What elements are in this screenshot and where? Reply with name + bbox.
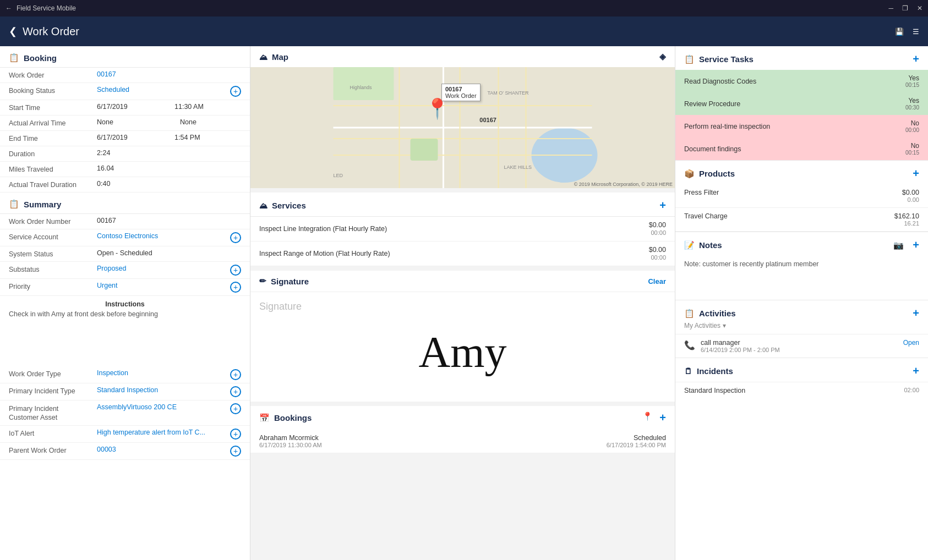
work-order-number-value: 00167 bbox=[97, 217, 241, 224]
service-price-amount-0: $0.00 bbox=[649, 221, 666, 229]
main-content: 📋 Booking Work Order 00167 Booking Statu… bbox=[0, 46, 928, 560]
iot-alert-label: IoT Alert bbox=[9, 429, 97, 437]
map-icon: ⛰ bbox=[259, 52, 268, 62]
service-price-0: $0.00 00:00 bbox=[649, 221, 666, 237]
notes-camera-icon[interactable]: 📷 bbox=[893, 240, 904, 250]
iot-alert-add-icon[interactable]: + bbox=[230, 429, 241, 440]
primary-incident-asset-value[interactable]: AssemblyVirtuoso 200 CE bbox=[97, 403, 227, 411]
start-time-time: 11:30 AM bbox=[174, 103, 241, 111]
actual-arrival-none: None bbox=[180, 118, 241, 126]
services-add-button[interactable]: + bbox=[659, 199, 666, 212]
back-arrow-icon[interactable]: ← bbox=[6, 4, 12, 12]
substatus-label: Substatus bbox=[9, 265, 97, 273]
map-tooltip-id: 00167 bbox=[445, 86, 462, 92]
primary-incident-asset-label: Primary IncidentCustomer Asset bbox=[9, 403, 97, 422]
minimize-button[interactable]: ─ bbox=[888, 4, 893, 12]
booking-status-value[interactable]: Scheduled bbox=[97, 86, 227, 94]
notes-text: Note: customer is recently platinum memb… bbox=[684, 260, 819, 268]
task-row-3: Document findings No 00:15 bbox=[675, 138, 928, 160]
booking-name-0: Abraham Mcormick bbox=[259, 434, 607, 442]
save-icon[interactable]: 💾 bbox=[895, 28, 904, 36]
close-button[interactable]: ✕ bbox=[917, 4, 922, 12]
booking-status-0: Scheduled bbox=[607, 434, 666, 442]
booking-row-0: Abraham Mcormick 6/17/2019 11:30:00 AM S… bbox=[250, 430, 675, 453]
incidents-add-button[interactable]: + bbox=[913, 365, 919, 377]
system-status-value: Open - Scheduled bbox=[97, 249, 241, 257]
map-title: Map bbox=[272, 52, 288, 62]
restore-button[interactable]: ❐ bbox=[902, 4, 908, 12]
map-tooltip-sub: Work Order bbox=[445, 92, 477, 99]
bookings-section: 📅 Bookings 📍 + Abraham Mcormick 6/17/201… bbox=[250, 406, 675, 453]
booking-status-add-icon[interactable]: + bbox=[230, 86, 241, 97]
work-order-type-add-icon[interactable]: + bbox=[230, 369, 241, 380]
product-row-1: Travel Charge $162.10 16.21 bbox=[675, 208, 928, 232]
activity-row-0: 📞 call manager 6/14/2019 2:00 PM - 2:00 … bbox=[675, 334, 928, 358]
service-account-value[interactable]: Contoso Electronics bbox=[97, 232, 227, 240]
notes-content: Note: customer is recently platinum memb… bbox=[675, 256, 928, 300]
work-order-number-label: Work Order Number bbox=[9, 217, 97, 226]
signature-clear-button[interactable]: Clear bbox=[648, 277, 666, 286]
priority-field: Priority Urgent + bbox=[0, 279, 250, 296]
parent-work-order-add-icon[interactable]: + bbox=[230, 446, 241, 457]
primary-incident-type-value[interactable]: Standard Inspection bbox=[97, 386, 227, 394]
service-price-amount-1: $0.00 bbox=[649, 246, 666, 254]
bookings-title: Bookings bbox=[274, 413, 312, 422]
primary-incident-asset-add-icon[interactable]: + bbox=[230, 403, 241, 414]
booking-icon: 📋 bbox=[9, 53, 19, 63]
incidents-title: Incidents bbox=[697, 366, 733, 376]
map-container[interactable]: Highlands TAM O' SHANTER LAKE HILLS LED … bbox=[250, 67, 675, 188]
iot-alert-value[interactable]: High temperature alert from IoT C... bbox=[97, 429, 227, 436]
bookings-section-header: 📅 Bookings 📍 + bbox=[250, 406, 675, 430]
service-name-0: Inspect Line Integration (Flat Hourly Ra… bbox=[259, 225, 649, 233]
priority-add-icon[interactable]: + bbox=[230, 282, 241, 293]
activities-icon: 📋 bbox=[684, 309, 695, 319]
activity-status-0: Open bbox=[903, 339, 919, 347]
task-name-2: Perform real-time inspection bbox=[684, 123, 905, 130]
end-time-field: End Time 6/17/2019 1:54 PM bbox=[0, 131, 250, 146]
work-order-label: Work Order bbox=[9, 70, 97, 79]
priority-label: Priority bbox=[9, 282, 97, 290]
product-price-1: $162.10 16.21 bbox=[894, 212, 919, 227]
booking-left-0: Abraham Mcormick 6/17/2019 11:30:00 AM bbox=[259, 434, 607, 448]
primary-incident-type-add-icon[interactable]: + bbox=[230, 386, 241, 397]
end-time-date: 6/17/2019 bbox=[97, 134, 163, 141]
back-button[interactable]: ❮ bbox=[9, 25, 17, 37]
priority-value[interactable]: Urgent bbox=[97, 282, 227, 289]
work-order-type-value[interactable]: Inspection bbox=[97, 369, 227, 377]
bookings-add-button[interactable]: + bbox=[659, 411, 666, 424]
substatus-value[interactable]: Proposed bbox=[97, 265, 227, 272]
signature-canvas[interactable]: Signature Amy bbox=[250, 292, 675, 402]
notes-section-header: 📝 Notes 📷 + bbox=[675, 232, 928, 256]
incidents-section-header: 🗒 Incidents + bbox=[675, 358, 928, 382]
parent-work-order-value[interactable]: 00003 bbox=[97, 446, 227, 453]
notes-add-button[interactable]: + bbox=[913, 239, 919, 251]
booking-status-date-0: 6/17/2019 1:54:00 PM bbox=[607, 442, 666, 448]
task-status-2: No 00:00 bbox=[905, 119, 919, 133]
products-add-button[interactable]: + bbox=[913, 167, 919, 180]
activity-name-0: call manager bbox=[701, 339, 898, 347]
center-panel: ⛰ Map ◈ bbox=[250, 46, 675, 560]
svg-rect-11 bbox=[411, 139, 438, 161]
miles-traveled-value: 16.04 bbox=[97, 164, 241, 172]
svg-rect-12 bbox=[334, 67, 394, 100]
booking-status-label: Booking Status bbox=[9, 86, 97, 95]
menu-icon[interactable]: ☰ bbox=[913, 28, 919, 36]
work-order-value[interactable]: 00167 bbox=[97, 70, 241, 78]
products-icon: 📦 bbox=[684, 169, 695, 179]
service-account-add-icon[interactable]: + bbox=[230, 232, 241, 243]
start-time-field: Start Time 6/17/2019 11:30 AM bbox=[0, 100, 250, 116]
task-row-0: Read Diagnostic Codes Yes 00:15 bbox=[675, 70, 928, 92]
travel-duration-value: 0:40 bbox=[97, 180, 241, 188]
map-pin: 📍 bbox=[425, 97, 450, 120]
work-order-number-field: Work Order Number 00167 bbox=[0, 214, 250, 229]
task-row-2: Perform real-time inspection No 00:00 bbox=[675, 115, 928, 138]
activities-dropdown-icon[interactable]: ▾ bbox=[723, 322, 726, 330]
service-tasks-title: Service Tasks bbox=[699, 54, 754, 64]
service-tasks-add-button[interactable]: + bbox=[913, 53, 919, 65]
instructions-label: Instructions bbox=[9, 300, 241, 308]
activity-content-0: call manager 6/14/2019 2:00 PM - 2:00 PM bbox=[701, 339, 898, 353]
miles-traveled-field: Miles Traveled 16.04 bbox=[0, 162, 250, 177]
substatus-add-icon[interactable]: + bbox=[230, 265, 241, 276]
activities-add-button[interactable]: + bbox=[913, 307, 919, 320]
task-name-3: Document findings bbox=[684, 145, 905, 153]
